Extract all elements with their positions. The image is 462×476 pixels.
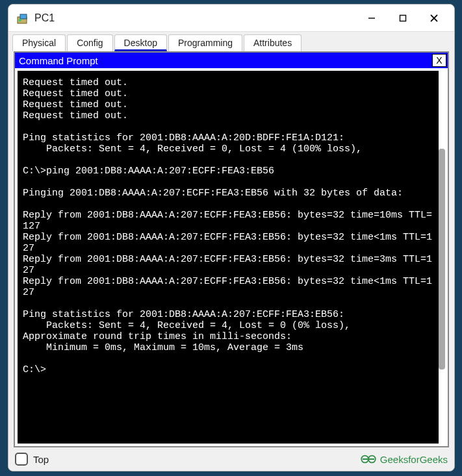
titlebar[interactable]: PC1	[8, 5, 454, 32]
tab-programming[interactable]: Programming	[168, 34, 242, 51]
geeksforgeeks-logo-icon	[361, 453, 376, 465]
scroll-thumb[interactable]	[439, 149, 445, 370]
top-checkbox-label: Top	[33, 454, 49, 465]
app-window: PC1 PhysicalConfigDesktopProgrammingAttr…	[8, 4, 455, 471]
command-prompt-close-button[interactable]: X	[432, 54, 446, 67]
command-prompt-title: Command Prompt	[19, 55, 98, 66]
svg-rect-4	[400, 15, 406, 21]
command-prompt-titlebar[interactable]: Command Prompt X	[15, 53, 448, 68]
svg-rect-1	[20, 14, 27, 19]
minimize-button[interactable]	[357, 8, 387, 29]
bottombar: Top GeeksforGeeks	[8, 447, 454, 471]
top-checkbox-wrap[interactable]: Top	[15, 453, 49, 466]
watermark: GeeksforGeeks	[361, 453, 448, 465]
tab-physical[interactable]: Physical	[12, 34, 66, 51]
svg-point-2	[19, 19, 21, 21]
terminal-wrap: Request timed out. Request timed out. Re…	[15, 68, 448, 446]
tabstrip: PhysicalConfigDesktopProgrammingAttribut…	[8, 32, 454, 51]
terminal-output[interactable]: Request timed out. Request timed out. Re…	[18, 71, 439, 444]
watermark-text: GeeksforGeeks	[380, 454, 448, 465]
tab-config[interactable]: Config	[67, 34, 112, 51]
tab-attributes[interactable]: Attributes	[244, 34, 302, 51]
maximize-button[interactable]	[388, 8, 418, 29]
scrollbar[interactable]	[439, 71, 445, 444]
close-button[interactable]	[419, 8, 449, 29]
window-buttons	[357, 8, 449, 29]
window-title: PC1	[34, 12, 357, 24]
app-icon	[16, 12, 29, 25]
tab-desktop[interactable]: Desktop	[114, 34, 167, 51]
top-checkbox[interactable]	[15, 453, 28, 466]
desktop-panel: Command Prompt X Request timed out. Requ…	[14, 51, 449, 447]
